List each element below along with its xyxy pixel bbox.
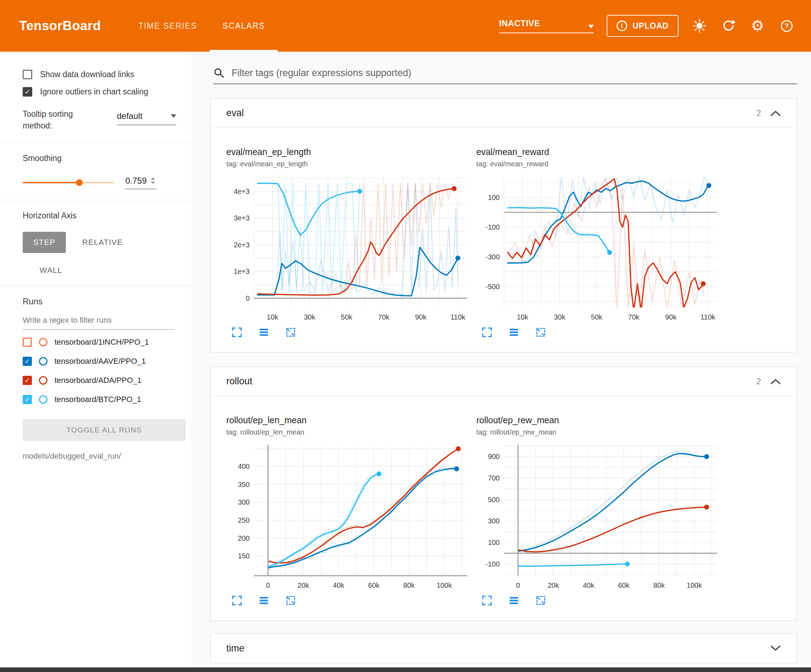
fullscreen-chart-icon[interactable] <box>481 327 493 338</box>
run-color-radio[interactable] <box>39 338 48 347</box>
smoothing-slider[interactable] <box>23 182 114 183</box>
app-title: TensorBoard <box>19 19 101 33</box>
axis-relative-button[interactable]: RELATIVE <box>82 238 122 247</box>
fullscreen-chart-icon[interactable] <box>481 595 493 606</box>
runs-filter-input[interactable] <box>23 316 175 330</box>
axis-toggle-group: STEP RELATIVE <box>0 220 192 253</box>
svg-text:0: 0 <box>266 581 270 589</box>
chart-toolbar <box>481 327 726 338</box>
svg-text:400: 400 <box>238 462 250 470</box>
smoothing-row: 0.759 <box>0 163 192 189</box>
section-card-time: time <box>210 633 797 663</box>
fit-domain-icon[interactable] <box>535 327 546 338</box>
chart-card-eval-mean-ep-length: eval/mean_ep_length tag: eval/mean_ep_le… <box>226 147 476 338</box>
svg-text:80k: 80k <box>403 581 415 589</box>
scalar-plot[interactable]: 10k30k50k70k90k110k100-100-300-500 <box>476 172 726 324</box>
settings-button[interactable]: ⚙ <box>749 18 766 34</box>
run-color-radio[interactable] <box>39 395 48 404</box>
run-checkbox[interactable]: ✓ <box>23 357 32 366</box>
collapse-section-icon[interactable] <box>770 378 781 385</box>
svg-text:1e+3: 1e+3 <box>234 267 250 275</box>
upload-button[interactable]: i UPLOAD <box>607 15 679 37</box>
run-data-table-icon[interactable] <box>508 595 519 606</box>
step-up-icon[interactable] <box>151 177 155 180</box>
tab-scalars[interactable]: SCALARS <box>210 0 278 52</box>
gear-icon: ⚙ <box>751 19 764 33</box>
svg-text:10k: 10k <box>267 313 278 321</box>
run-data-table-icon[interactable] <box>258 595 270 606</box>
tab-time-series[interactable]: TIME SERIES <box>126 0 210 52</box>
show-download-links-row[interactable]: Show data download links <box>0 66 192 83</box>
chart-card-rollout-ep-rew-mean: rollout/ep_rew_mean tag: rollout/ep_rew_… <box>476 415 726 606</box>
section-header-rollout[interactable]: rollout 2 <box>211 367 796 396</box>
smoothing-value-input[interactable]: 0.759 <box>125 176 156 189</box>
sidebar-divider <box>0 142 192 143</box>
brightness-toggle-button[interactable] <box>691 18 708 34</box>
run-row-aave[interactable]: ✓ tensorboard/AAVE/PPO_1 <box>0 352 192 371</box>
svg-text:20k: 20k <box>297 581 309 589</box>
show-download-links-checkbox[interactable] <box>23 70 32 79</box>
ignore-outliers-row[interactable]: ✓ Ignore outliers in chart scaling <box>0 83 192 100</box>
runs-section-title: Runs <box>0 296 192 306</box>
tooltip-sorting-label: Tooltip sorting method: <box>23 108 100 132</box>
svg-text:40k: 40k <box>333 581 344 589</box>
chart-toolbar <box>231 595 476 606</box>
collapse-section-icon[interactable] <box>770 110 781 117</box>
axis-step-button[interactable]: STEP <box>23 232 66 253</box>
svg-text:200: 200 <box>238 534 250 542</box>
svg-text:0: 0 <box>246 295 250 302</box>
help-button[interactable]: ? <box>779 18 795 34</box>
svg-text:500: 500 <box>488 496 500 504</box>
svg-text:10k: 10k <box>517 313 528 321</box>
scalar-plot[interactable]: 020k40k60k80k100k-100100300500700900 <box>476 440 726 592</box>
step-down-icon[interactable] <box>151 181 155 184</box>
svg-text:-100: -100 <box>485 560 500 568</box>
run-row-btc[interactable]: ✓ tensorboard/BTC/PPO_1 <box>0 390 192 409</box>
expand-section-icon[interactable] <box>770 645 781 652</box>
help-icon: ? <box>781 20 792 32</box>
scalar-plot[interactable]: 10k30k50k70k90k110k01e+32e+33e+34e+3 <box>226 172 476 324</box>
svg-text:350: 350 <box>238 481 250 488</box>
run-color-radio[interactable] <box>39 357 48 366</box>
status-dropdown-value: INACTIVE <box>499 19 540 28</box>
run-label: tensorboard/AAVE/PPO_1 <box>54 357 146 366</box>
section-header-eval[interactable]: eval 2 <box>211 99 796 128</box>
fullscreen-chart-icon[interactable] <box>231 327 243 338</box>
run-row-1inch[interactable]: tensorboard/1INCH/PPO_1 <box>0 333 192 352</box>
ignore-outliers-checkbox[interactable]: ✓ <box>23 87 32 96</box>
upload-button-label: UPLOAD <box>633 21 668 31</box>
fit-domain-icon[interactable] <box>285 327 297 338</box>
svg-text:90k: 90k <box>665 313 677 321</box>
run-data-table-icon[interactable] <box>508 327 519 338</box>
chart-tag: tag: rollout/ep_len_mean <box>226 428 476 436</box>
run-data-table-icon[interactable] <box>258 327 270 338</box>
svg-text:150: 150 <box>238 552 250 560</box>
run-label: tensorboard/BTC/PPO_1 <box>54 395 141 404</box>
section-title: time <box>226 643 244 654</box>
scalar-plot[interactable]: 020k40k60k80k100k150200250300350400 <box>226 440 476 592</box>
status-dropdown[interactable]: INACTIVE <box>499 19 594 33</box>
fit-domain-icon[interactable] <box>285 595 297 606</box>
tooltip-sorting-select[interactable]: default <box>117 111 176 125</box>
smoothing-stepper[interactable] <box>151 177 155 184</box>
svg-text:700: 700 <box>488 474 500 482</box>
fit-domain-icon[interactable] <box>535 595 546 606</box>
tag-filter-row <box>213 67 797 84</box>
section-card-rollout: rollout 2 rollout/ep_len_mean tag: rollo… <box>210 367 797 621</box>
section-card-eval: eval 2 eval/mean_ep_length tag: eval/mea… <box>210 98 797 352</box>
run-checkbox[interactable]: ✓ <box>23 376 32 385</box>
run-checkbox[interactable]: ✓ <box>23 395 32 404</box>
fullscreen-chart-icon[interactable] <box>231 595 243 606</box>
smoothing-slider-knob[interactable] <box>76 179 83 186</box>
tooltip-sorting-row: Tooltip sorting method: default <box>0 100 192 132</box>
axis-wall-button[interactable]: WALL <box>0 253 192 275</box>
svg-text:100k: 100k <box>437 581 452 589</box>
tag-filter-input[interactable] <box>232 68 797 79</box>
refresh-button[interactable] <box>720 18 736 34</box>
run-label: tensorboard/1INCH/PPO_1 <box>54 338 149 347</box>
run-color-radio[interactable] <box>39 376 48 385</box>
run-row-ada[interactable]: ✓ tensorboard/ADA/PPO_1 <box>0 371 192 390</box>
run-checkbox[interactable] <box>23 338 32 347</box>
section-header-time[interactable]: time <box>211 634 796 663</box>
toggle-all-runs-button[interactable]: TOGGLE ALL RUNS <box>23 419 186 441</box>
